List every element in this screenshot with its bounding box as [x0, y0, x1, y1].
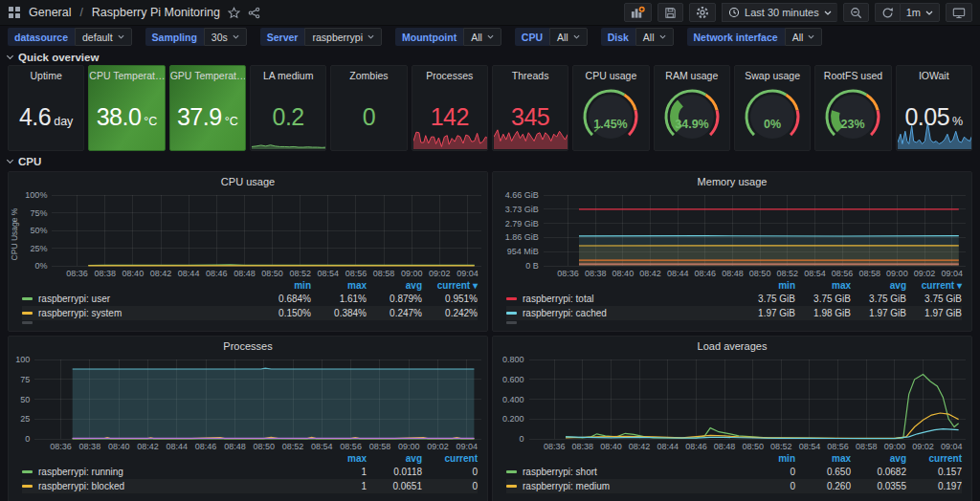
legend-series-label[interactable]: raspberrypi: blocked	[38, 481, 124, 491]
legend-header-max[interactable]: max	[311, 453, 367, 464]
svg-text:08:54: 08:54	[318, 269, 340, 278]
row-header-quick-overview[interactable]: Quick overview	[0, 49, 980, 65]
legend-header-min[interactable]: min	[740, 280, 795, 291]
legend-header-avg[interactable]: avg	[367, 280, 422, 291]
svg-text:08:48: 08:48	[722, 269, 744, 278]
legend-header-min[interactable]: min	[740, 453, 795, 464]
gauge: 23%	[815, 83, 890, 146]
legend-row: raspberrypi: medium00.2600.03550.197	[506, 479, 962, 493]
dashboard-settings-button[interactable]	[689, 3, 716, 22]
panel-iowait: IOWait0.05%	[896, 65, 972, 151]
legend-value: 3.75 GiB	[906, 294, 962, 304]
gauge: 1.45%	[573, 83, 648, 146]
variable-label: datasource	[8, 28, 75, 46]
save-dashboard-button[interactable]	[657, 3, 683, 22]
variable-value-dropdown[interactable]: default	[75, 28, 132, 46]
variable-value-dropdown[interactable]: All	[635, 28, 674, 46]
svg-text:08:44: 08:44	[657, 442, 679, 451]
svg-text:09:04: 09:04	[457, 269, 479, 278]
time-series-chart[interactable]: 08:3608:3808:4008:4208:4408:4608:4808:50…	[9, 353, 487, 452]
svg-text:4.66 GiB: 4.66 GiB	[505, 190, 539, 200]
legend-value: 0.247%	[367, 308, 422, 318]
svg-text:08:44: 08:44	[667, 269, 689, 278]
legend-series-label[interactable]: raspberrypi: short	[523, 467, 597, 477]
legend-header-avg[interactable]: avg	[367, 453, 422, 464]
svg-text:08:40: 08:40	[122, 269, 145, 278]
svg-text:0.800: 0.800	[502, 355, 524, 364]
dashboard-title[interactable]: Raspberry Pi Monitoring	[92, 6, 220, 19]
svg-text:08:50: 08:50	[749, 269, 771, 278]
time-range-picker[interactable]: Last 30 minutes	[722, 3, 837, 22]
svg-text:08:44: 08:44	[167, 442, 189, 451]
apps-grid-icon[interactable]	[8, 6, 21, 19]
svg-text:09:04: 09:04	[941, 442, 963, 451]
svg-text:08:38: 08:38	[585, 269, 607, 278]
legend-value: 0.684%	[256, 294, 311, 304]
chevron-down-icon	[659, 34, 666, 39]
panel-ram-usage-gauge: RAM usage34.9%	[654, 65, 730, 151]
legend-header-current[interactable]: current ▾	[906, 280, 962, 291]
add-panel-button[interactable]	[624, 3, 652, 22]
legend-header-row: minmaxavgcurrent ▾	[506, 279, 962, 292]
svg-text:08:58: 08:58	[858, 269, 880, 278]
chevron-down-icon	[368, 34, 374, 39]
variable-cpu: CPU All	[515, 28, 588, 46]
chevron-down-icon	[233, 34, 239, 39]
svg-text:08:46: 08:46	[685, 442, 707, 451]
time-series-chart[interactable]: 08:3608:3808:4008:4208:4408:4608:4808:50…	[493, 353, 971, 452]
legend-header-current[interactable]: current	[906, 453, 962, 464]
svg-text:08:36: 08:36	[66, 269, 88, 278]
star-icon[interactable]	[228, 7, 240, 19]
legend-series-label[interactable]: raspberrypi: medium	[523, 481, 610, 491]
variable-value-dropdown[interactable]: All	[785, 28, 823, 46]
svg-text:08:42: 08:42	[137, 442, 159, 451]
time-series-chart[interactable]: 08:3608:3808:4008:4208:4408:4608:4808:50…	[493, 188, 971, 279]
share-icon[interactable]	[248, 7, 260, 19]
svg-text:08:38: 08:38	[79, 442, 101, 451]
refresh-button[interactable]	[875, 3, 900, 22]
svg-text:1.45%: 1.45%	[594, 118, 628, 131]
svg-text:08:48: 08:48	[234, 269, 256, 278]
legend-value: 0.384%	[311, 308, 367, 318]
legend-swatch	[506, 321, 517, 324]
svg-text:08:38: 08:38	[572, 442, 594, 451]
breadcrumb-section[interactable]: General	[29, 6, 71, 19]
variable-disk: Disk All	[601, 28, 674, 46]
refresh-interval-picker[interactable]: 1m	[900, 3, 940, 22]
legend-series-label[interactable]: raspberrypi: total	[523, 294, 593, 304]
panel-zombies: Zombies0	[330, 65, 407, 151]
legend-swatch	[22, 470, 33, 473]
svg-text:0 B: 0 B	[525, 261, 539, 271]
legend-header-avg[interactable]: avg	[851, 453, 906, 464]
variable-server: Server raspberrypi	[260, 28, 382, 46]
zoom-out-time-button[interactable]	[843, 3, 869, 22]
row-header-cpu[interactable]: CPU	[0, 153, 980, 169]
time-series-chart[interactable]: 08:3608:3808:4008:4208:4408:4608:4808:50…	[21, 188, 487, 279]
legend-header-max[interactable]: max	[311, 280, 367, 291]
legend-header-max[interactable]: max	[795, 280, 851, 291]
svg-text:08:42: 08:42	[639, 269, 661, 278]
variable-sampling: Sampling 30s	[145, 28, 247, 46]
variable-label: Disk	[601, 28, 635, 46]
legend-swatch	[22, 297, 33, 300]
legend-header-max[interactable]: max	[795, 453, 851, 464]
legend-header-avg[interactable]: avg	[851, 280, 906, 291]
kiosk-mode-button[interactable]	[946, 3, 972, 22]
legend-series-label[interactable]: raspberrypi: cached	[523, 308, 607, 318]
legend-series-label[interactable]: raspberrypi: running	[38, 467, 123, 477]
variable-value-dropdown[interactable]: All	[549, 28, 588, 46]
legend-value: 1.61%	[311, 294, 367, 304]
variable-value-dropdown[interactable]: All	[463, 28, 501, 46]
chart-legend: minmaxavgcurrent ▾raspberrypi: user0.684…	[9, 279, 487, 325]
legend-header-current[interactable]: current	[422, 453, 478, 464]
chart-legend: maxavgcurrentraspberrypi: running10.0118…	[9, 452, 487, 493]
svg-text:23%: 23%	[841, 118, 865, 131]
variable-value-dropdown[interactable]: raspberrypi	[304, 28, 382, 46]
legend-header-current[interactable]: current ▾	[422, 280, 478, 291]
legend-series-label[interactable]: raspberrypi: user	[38, 294, 110, 304]
svg-text:08:52: 08:52	[282, 442, 304, 451]
legend-series-label[interactable]: raspberrypi: system	[38, 308, 122, 318]
variable-value-dropdown[interactable]: 30s	[204, 28, 247, 46]
chevron-down-icon	[808, 34, 814, 39]
legend-header-min[interactable]: min	[256, 280, 311, 291]
